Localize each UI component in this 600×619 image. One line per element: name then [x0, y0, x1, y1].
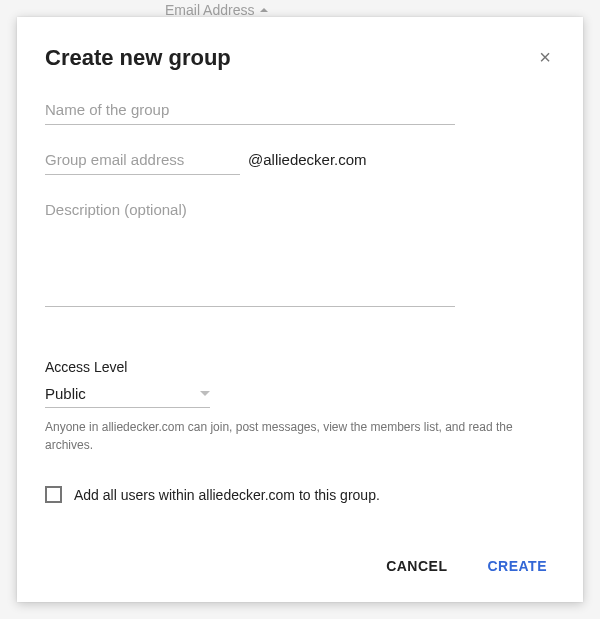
add-all-users-checkbox[interactable] [45, 486, 62, 503]
group-name-input[interactable] [45, 95, 455, 125]
sort-arrow-up-icon [260, 8, 268, 12]
access-level-value: Public [45, 385, 86, 402]
dialog-footer: CANCEL CREATE [45, 530, 555, 582]
dialog-header: Create new group × [45, 45, 555, 71]
dialog-title: Create new group [45, 45, 231, 71]
access-level-label: Access Level [45, 359, 555, 375]
background-sort-header: Email Address [165, 2, 268, 18]
access-level-select[interactable]: Public [45, 385, 210, 408]
cancel-button[interactable]: CANCEL [378, 550, 455, 582]
close-button[interactable]: × [535, 45, 555, 69]
access-level-section: Access Level Public Anyone in alliedecke… [45, 359, 555, 454]
description-input[interactable] [45, 195, 455, 307]
chevron-down-icon [200, 391, 210, 396]
group-email-input[interactable] [45, 145, 240, 175]
close-icon: × [539, 46, 551, 68]
email-domain-suffix: @alliedecker.com [248, 151, 367, 175]
description-field [45, 195, 555, 311]
group-email-field: @alliedecker.com [45, 145, 555, 175]
group-name-field [45, 95, 455, 125]
create-group-dialog: Create new group × @alliedecker.com Acce… [17, 17, 583, 602]
create-button[interactable]: CREATE [479, 550, 555, 582]
access-level-description: Anyone in alliedecker.com can join, post… [45, 418, 555, 454]
sort-label: Email Address [165, 2, 254, 18]
add-all-users-label: Add all users within alliedecker.com to … [74, 487, 380, 503]
add-all-users-row: Add all users within alliedecker.com to … [45, 486, 555, 503]
